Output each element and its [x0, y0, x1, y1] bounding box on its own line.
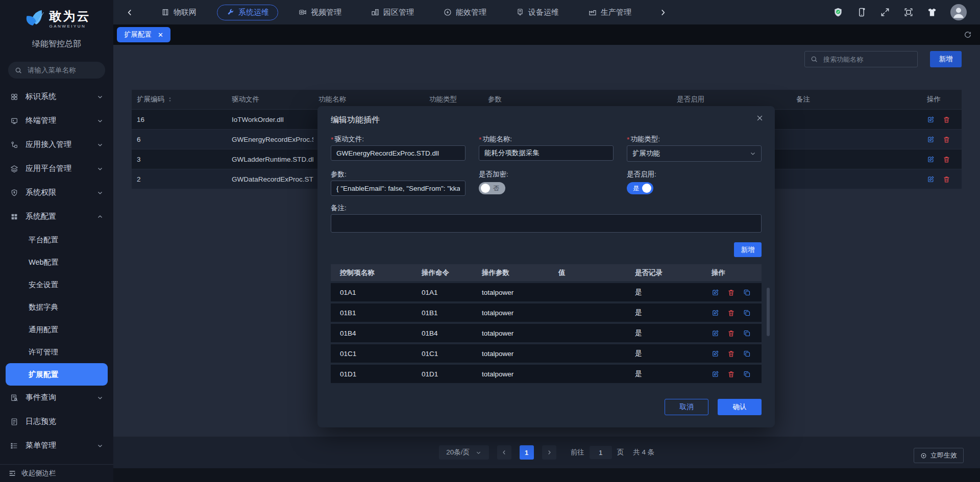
remark-textarea[interactable]	[331, 214, 762, 233]
copy-icon[interactable]	[743, 370, 751, 378]
row-actions	[702, 370, 762, 378]
chevron-down-icon	[97, 443, 103, 449]
sidebar-subitem[interactable]: 安全设置	[0, 273, 113, 296]
control-table-row[interactable]: 01B401B4totalpower是	[331, 324, 762, 342]
nav-item[interactable]: 生产管理	[579, 5, 641, 20]
edit-icon[interactable]	[712, 289, 719, 296]
page-size-select[interactable]: 20条/页	[439, 445, 489, 460]
edit-icon[interactable]	[927, 136, 935, 143]
delete-icon[interactable]	[727, 350, 735, 358]
edit-icon[interactable]	[712, 309, 719, 317]
sidebar-item[interactable]: 应用接入管理	[0, 133, 113, 157]
delete-icon[interactable]	[727, 309, 735, 317]
control-table-row[interactable]: 01D101D1totalpower是	[331, 365, 762, 383]
driver-file-input[interactable]	[331, 145, 465, 161]
sidebar-item[interactable]: 应用平台管理	[0, 157, 113, 181]
goto-page-input[interactable]: 1	[590, 446, 612, 459]
remark-field: 备注:	[331, 202, 762, 235]
control-table-row[interactable]: 01A101A1totalpower是	[331, 283, 762, 301]
sidebar-subitem[interactable]: 通用配置	[0, 318, 113, 341]
nav-back-chevron-icon[interactable]	[126, 8, 134, 17]
row-actions	[922, 116, 962, 123]
user-avatar[interactable]	[950, 4, 967, 20]
delete-icon[interactable]	[727, 329, 735, 337]
sidebar-subitem[interactable]: 数据字典	[0, 296, 113, 318]
mobile-device-icon[interactable]	[856, 7, 867, 17]
frame-capture-icon[interactable]	[903, 7, 914, 17]
delete-icon[interactable]	[943, 175, 950, 183]
refresh-icon[interactable]	[964, 31, 972, 39]
delete-icon[interactable]	[727, 370, 735, 378]
edit-icon[interactable]	[712, 329, 719, 337]
sidebar-subitem[interactable]: 扩展配置	[6, 363, 108, 386]
column-header: 控制项名称	[331, 268, 412, 277]
copy-icon[interactable]	[743, 350, 751, 358]
chevron-down-icon	[97, 118, 103, 124]
sidebar-subitem[interactable]: Web配置	[0, 251, 113, 273]
nav-item[interactable]: 物联网	[152, 5, 206, 20]
bolt-icon	[444, 8, 452, 16]
delete-icon[interactable]	[943, 156, 950, 163]
function-search[interactable]	[804, 51, 918, 67]
encrypt-toggle[interactable]: 否	[479, 182, 505, 194]
add-button[interactable]: 新增	[930, 51, 962, 67]
modal-add-button[interactable]: 新增	[734, 242, 762, 257]
delete-icon[interactable]	[943, 116, 950, 123]
edit-icon[interactable]	[712, 370, 719, 378]
menu-search-input[interactable]	[27, 66, 99, 74]
security-shield-icon[interactable]	[833, 7, 843, 17]
sort-icon[interactable]	[167, 96, 173, 103]
control-table-row[interactable]: 01B101B1totalpower是	[331, 303, 762, 322]
edit-icon[interactable]	[927, 116, 935, 123]
nav-item[interactable]: 系统运维	[217, 5, 278, 20]
param-input[interactable]	[331, 181, 465, 196]
sidebar-item[interactable]: 日志预览	[0, 410, 113, 434]
nav-item[interactable]: 能效管理	[434, 5, 496, 20]
sidebar-item[interactable]: 事件查询	[0, 386, 113, 410]
next-page-button[interactable]	[542, 445, 556, 460]
close-icon[interactable]	[756, 114, 764, 122]
function-type-select[interactable]: 扩展功能	[627, 145, 762, 162]
delete-icon[interactable]	[943, 136, 950, 143]
menu-search[interactable]	[8, 62, 105, 79]
sidebar-subitem[interactable]: 平台配置	[0, 229, 113, 251]
edit-icon[interactable]	[927, 156, 935, 163]
cancel-button[interactable]: 取消	[665, 399, 708, 415]
doc-icon	[10, 418, 18, 426]
page-number-button[interactable]: 1	[520, 445, 534, 460]
edit-icon[interactable]	[927, 175, 935, 183]
confirm-button[interactable]: 确认	[718, 399, 762, 415]
theme-shirt-icon[interactable]	[927, 7, 937, 17]
nav-item[interactable]: 设备运维	[507, 5, 568, 20]
delete-icon[interactable]	[727, 289, 735, 296]
tab-close-icon[interactable]: ✕	[158, 32, 163, 38]
function-name-input[interactable]	[479, 145, 614, 161]
tab-extension-config[interactable]: 扩展配置 ✕	[117, 27, 170, 42]
scrollbar-thumb[interactable]	[767, 288, 770, 336]
sidebar-item[interactable]: 系统权限	[0, 181, 113, 205]
sidebar-item[interactable]: 系统配置	[0, 205, 113, 229]
control-table-row[interactable]: 01C101C1totalpower是	[331, 344, 762, 363]
sidebar-item[interactable]: 固件升级	[0, 458, 113, 464]
nav-item[interactable]: 园区管理	[362, 5, 423, 20]
prev-page-button[interactable]	[497, 445, 511, 460]
nav-forward-chevron-icon[interactable]	[658, 8, 667, 17]
sidebar-item[interactable]: 标识系统	[0, 85, 113, 109]
sidebar-subitem[interactable]: 许可管理	[0, 341, 113, 363]
column-header[interactable]: 扩展编码	[132, 95, 227, 104]
encrypt-label: 是否加密:	[479, 168, 614, 181]
apply-now-button[interactable]: 立即生效	[914, 448, 964, 463]
copy-icon[interactable]	[743, 309, 751, 317]
copy-icon[interactable]	[743, 329, 751, 337]
collapse-sidebar-button[interactable]: 收起侧边栏	[0, 464, 113, 482]
sidebar-item[interactable]: 终端管理	[0, 109, 113, 133]
function-search-input[interactable]	[822, 55, 912, 64]
sidebar-item[interactable]: 菜单管理	[0, 434, 113, 458]
chevron-down-icon	[476, 450, 481, 455]
copy-icon[interactable]	[743, 289, 751, 296]
enable-toggle[interactable]: 是	[627, 182, 653, 194]
chevron-down-icon	[97, 395, 103, 401]
fullscreen-expand-icon[interactable]	[880, 7, 890, 17]
edit-icon[interactable]	[712, 350, 719, 358]
nav-item[interactable]: 视频管理	[289, 5, 351, 20]
